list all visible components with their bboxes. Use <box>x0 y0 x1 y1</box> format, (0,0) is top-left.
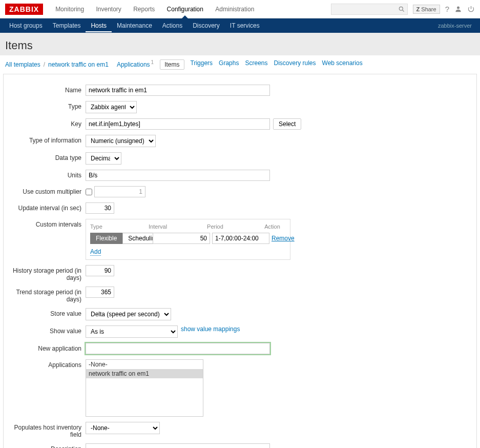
units-input[interactable] <box>86 170 270 181</box>
subnav-hosts[interactable]: Hosts <box>86 19 112 32</box>
data-type-select[interactable]: Decimal <box>86 152 121 165</box>
label-multiplier: Use custom multiplier <box>9 186 86 195</box>
svg-line-1 <box>402 10 404 11</box>
multiplier-checkbox[interactable] <box>86 189 92 195</box>
subnav-actions[interactable]: Actions <box>157 19 187 32</box>
label-custom-intervals: Custom intervals <box>9 219 86 228</box>
ci-head-period: Period <box>207 223 264 230</box>
breadcrumb-template[interactable]: network traffic on em1 <box>48 61 109 68</box>
label-new-application: New application <box>9 343 86 352</box>
svg-point-2 <box>457 7 460 9</box>
label-name: Name <box>9 85 86 94</box>
ci-add-link[interactable]: Add <box>90 248 101 256</box>
store-value-select[interactable]: Delta (speed per second) <box>86 308 171 320</box>
share-icon: Z <box>416 6 420 12</box>
share-button[interactable]: Z Share <box>413 5 440 14</box>
logo: ZABBIX <box>5 4 43 15</box>
breadcrumb-sep: / <box>44 61 45 68</box>
nav-monitoring[interactable]: Monitoring <box>50 1 89 18</box>
label-populates: Populates host inventory field <box>9 422 86 438</box>
label-show-value: Show value <box>9 325 86 335</box>
new-application-input[interactable] <box>86 343 270 354</box>
nav-configuration[interactable]: Configuration <box>162 1 208 18</box>
show-value-select[interactable]: As is <box>86 325 178 338</box>
history-period-input[interactable] <box>86 265 114 276</box>
help-icon[interactable]: ? <box>445 5 449 13</box>
label-update-interval: Update interval (in sec) <box>9 202 86 212</box>
subnav-host-groups[interactable]: Host groups <box>4 19 48 32</box>
page-title: Items <box>5 39 475 52</box>
label-data-type: Data type <box>9 152 86 161</box>
multiplier-input <box>94 186 145 197</box>
tab-web-scenarios[interactable]: Web scenarios <box>322 59 363 70</box>
applications-list[interactable]: -None- network traffic on em1 <box>86 359 203 417</box>
nav-reports[interactable]: Reports <box>128 1 160 18</box>
topbar: ZABBIX Monitoring Inventory Reports Conf… <box>0 0 480 18</box>
app-option-none[interactable]: -None- <box>86 360 203 369</box>
subnav-discovery[interactable]: Discovery <box>187 19 225 32</box>
tab-triggers[interactable]: Triggers <box>191 59 213 70</box>
tab-items[interactable]: Items <box>160 59 184 70</box>
breadcrumb-all-templates[interactable]: All templates <box>5 61 40 68</box>
label-applications: Applications <box>9 359 86 369</box>
label-units: Units <box>9 170 86 179</box>
label-history-period: History storage period (in days) <box>9 265 86 281</box>
ci-flexible-button[interactable]: Flexible <box>90 233 122 244</box>
search-icon <box>398 6 405 13</box>
ci-head-type: Type <box>90 223 149 230</box>
description-textarea[interactable] <box>86 443 270 448</box>
name-input[interactable] <box>86 85 270 96</box>
power-icon[interactable] <box>467 5 475 13</box>
entity-tabs: Applications1 Items Triggers Graphs Scre… <box>117 59 363 70</box>
update-interval-input[interactable] <box>86 202 114 214</box>
type-select[interactable]: Zabbix agent <box>86 101 137 113</box>
show-value-mappings-link[interactable]: show value mappings <box>181 325 240 333</box>
label-store-value: Store value <box>9 308 86 317</box>
tab-applications[interactable]: Applications1 <box>117 59 154 70</box>
subnav-it-services[interactable]: IT services <box>225 19 265 32</box>
custom-intervals-box: Type Interval Period Action Flexible Sch… <box>86 219 290 260</box>
ci-head-action: Action <box>264 223 286 230</box>
select-key-button[interactable]: Select <box>273 118 301 130</box>
label-key: Key <box>9 118 86 128</box>
user-icon[interactable] <box>454 5 462 13</box>
label-trend-period: Trend storage period (in days) <box>9 287 86 303</box>
search-input[interactable] <box>331 4 408 15</box>
nav-administration[interactable]: Administration <box>210 1 259 18</box>
ci-type-segmented: Flexible Scheduling <box>90 233 151 244</box>
server-name: zabbix-server <box>438 23 476 29</box>
svg-point-0 <box>399 7 403 10</box>
page-header: Items <box>0 33 480 55</box>
subnav-templates[interactable]: Templates <box>48 19 86 32</box>
tab-discovery-rules[interactable]: Discovery rules <box>274 59 316 70</box>
tab-screens[interactable]: Screens <box>245 59 267 70</box>
ci-head-interval: Interval <box>149 223 207 230</box>
ci-period-input[interactable] <box>212 233 269 244</box>
label-description: Description <box>9 443 86 448</box>
subnav-maintenance[interactable]: Maintenance <box>112 19 157 32</box>
subnav: Host groups Templates Hosts Maintenance … <box>0 18 480 33</box>
item-form: Name Type Zabbix agent Key Select Type o… <box>3 74 477 448</box>
tab-graphs[interactable]: Graphs <box>219 59 239 70</box>
label-type-of-info: Type of information <box>9 135 86 144</box>
breadcrumb: All templates / network traffic on em1 A… <box>0 55 480 74</box>
app-option-selected[interactable]: network traffic on em1 <box>86 369 203 378</box>
label-type: Type <box>9 101 86 110</box>
topbar-right: Z Share ? <box>331 4 475 15</box>
type-of-info-select[interactable]: Numeric (unsigned) <box>86 135 156 147</box>
key-input[interactable] <box>86 118 270 130</box>
ci-interval-input[interactable] <box>153 233 210 244</box>
top-nav: Monitoring Inventory Reports Configurati… <box>50 1 259 18</box>
nav-inventory[interactable]: Inventory <box>91 1 127 18</box>
populates-select[interactable]: -None- <box>86 422 160 434</box>
trend-period-input[interactable] <box>86 287 114 298</box>
ci-remove-link[interactable]: Remove <box>272 235 295 242</box>
